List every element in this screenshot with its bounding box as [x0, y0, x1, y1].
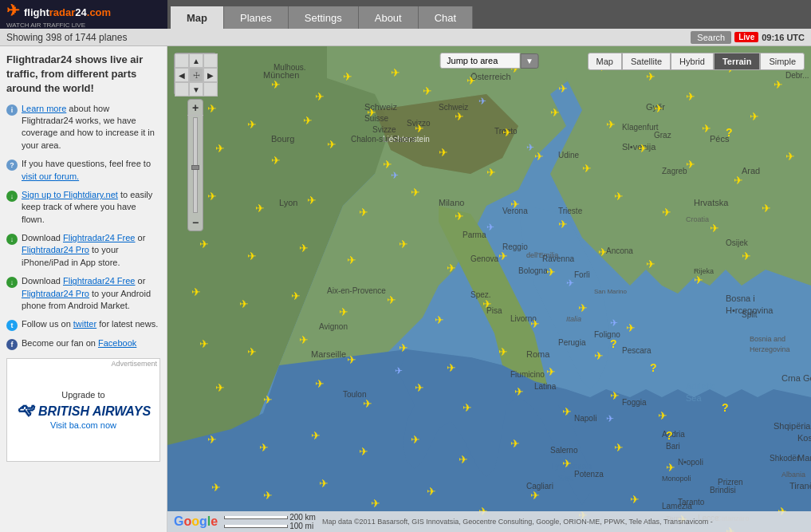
svg-text:Tiranë: Tiranë: [789, 481, 811, 491]
zoom-in-btn[interactable]: +: [187, 100, 203, 116]
flightdiary-link[interactable]: Sign up to Flightdiary.net: [22, 190, 118, 199]
svg-text:Klagenfurt: Klagenfurt: [622, 123, 659, 132]
map-type-simple-btn[interactable]: Simple: [760, 53, 805, 70]
svg-text:Avignon: Avignon: [319, 322, 348, 331]
tab-chat[interactable]: Chat: [419, 6, 473, 29]
zoom-thumb[interactable]: [191, 165, 199, 170]
ad-badge: Advertisement: [111, 360, 157, 368]
search-button[interactable]: Search: [691, 31, 731, 44]
pan-se-btn[interactable]: [203, 82, 218, 97]
google-logo: Google: [174, 514, 218, 529]
pan-center-btn[interactable]: ☩: [189, 68, 203, 82]
svg-text:Shqipëria: Shqipëria: [774, 421, 811, 431]
svg-text:Chalon-sur-Saone: Chalon-sur-Saone: [351, 135, 416, 144]
status-text: Showing 398 of 1744 planes: [6, 32, 127, 43]
svg-text:Bosnia and: Bosnia and: [750, 335, 785, 343]
svg-text:Salerno: Salerno: [550, 446, 578, 455]
svg-text:Bari: Bari: [666, 442, 680, 451]
svg-text:Schweiz: Schweiz: [439, 103, 468, 112]
pan-n-btn[interactable]: ▲: [189, 53, 203, 68]
map-background: München Österreich Győr Pécs Arad Schwei…: [167, 46, 811, 532]
forum-link[interactable]: visit our forum.: [22, 171, 79, 181]
pan-ne-btn[interactable]: [203, 53, 218, 68]
svg-text:Udine: Udine: [558, 151, 580, 160]
status-bar: Showing 398 of 1744 planes Search Live 0…: [0, 29, 811, 46]
scale-bar: 200 km 100 mi: [224, 513, 316, 530]
scale-100mi: 100 mi: [224, 522, 313, 530]
ba-cta[interactable]: Visit ba.com now: [50, 420, 116, 430]
status-right: Search Live 09:16 UTC: [691, 31, 805, 44]
svg-text:Ancona: Ancona: [606, 246, 633, 255]
svg-text:Croatia: Croatia: [686, 215, 709, 223]
twitter-link[interactable]: twitter: [73, 319, 96, 329]
svg-text:Potenza: Potenza: [574, 470, 604, 479]
sidebar-text-twitter: Follow us on twitter for latest news.: [22, 318, 158, 330]
sidebar-item-forum: ? If you have questions, feel free to vi…: [6, 158, 160, 183]
pan-s-btn[interactable]: ▼: [189, 82, 203, 97]
svg-text:Bosna i: Bosna i: [726, 294, 755, 303]
sidebar-text-diary: Sign up to Flightdiary.net to easily kee…: [22, 189, 160, 226]
svg-text:Marseille: Marseille: [311, 349, 346, 359]
jump-to-select[interactable]: Jump to area Europe North America Asia: [439, 53, 520, 69]
tab-planes[interactable]: Planes: [224, 6, 289, 29]
learn-more-link[interactable]: Learn more: [22, 104, 66, 113]
fr24-pro-android-link[interactable]: Flightradar24 Pro: [22, 289, 89, 298]
svg-text:Mulhous.: Mulhous.: [274, 63, 306, 72]
zoom-out-btn[interactable]: −: [187, 215, 203, 231]
tab-about[interactable]: About: [359, 6, 419, 29]
tab-settings[interactable]: Settings: [289, 6, 359, 29]
zoom-control: + −: [187, 99, 203, 231]
map-type-terrain-btn[interactable]: Terrain: [714, 53, 760, 70]
svg-text:Crna Gora: Crna Gora: [781, 373, 811, 383]
svg-text:Lamezia: Lamezia: [662, 502, 692, 510]
svg-text:Pescara: Pescara: [622, 346, 652, 355]
sidebar-item-learn: i Learn more about how Flightradar24 wor…: [6, 103, 160, 152]
sidebar: Flightradar24 shows live air traffic, fr…: [0, 46, 167, 532]
map-area[interactable]: München Österreich Győr Pécs Arad Schwei…: [167, 46, 811, 532]
facebook-link[interactable]: Facebook: [98, 338, 136, 348]
svg-text:Zagreb: Zagreb: [662, 167, 687, 175]
zoom-slider[interactable]: [193, 117, 198, 213]
tab-map[interactable]: Map: [171, 6, 224, 29]
svg-text:Debr...: Debr...: [785, 71, 809, 80]
download-icon-diary: ↓: [6, 191, 18, 202]
svg-text:Napoli: Napoli: [574, 414, 596, 423]
jump-arrow-btn[interactable]: ▼: [520, 53, 539, 69]
svg-text:Svizzо: Svizzо: [407, 119, 431, 128]
advertisement: Advertisement Upgrade to 🛩 BRITISH AIRWA…: [6, 358, 160, 462]
pan-nw-btn[interactable]: [175, 53, 189, 68]
svg-text:Brindisi: Brindisi: [710, 486, 736, 495]
pan-w-btn[interactable]: ◀: [175, 68, 189, 82]
svg-text:Reggio: Reggio: [502, 242, 528, 251]
live-badge: Live: [734, 32, 758, 42]
fr24-free-android-link[interactable]: Flightradar24 Free: [63, 276, 136, 286]
ad-container: Advertisement Upgrade to 🛩 BRITISH AIRWA…: [6, 358, 160, 462]
fr24-free-iphone-link[interactable]: Flightradar24 Free: [63, 233, 136, 242]
download-icon-iphone: ↓: [6, 234, 18, 245]
scale-ruler-100mi: [224, 525, 288, 528]
fr24-pro-iphone-link[interactable]: Flightradar24 Pro: [22, 245, 89, 254]
map-type-bar: Map Satellite Hybrid Terrain Simple: [588, 53, 805, 70]
header: ✈ flightradar24.com WATCH AIR TRAFFIC LI…: [0, 0, 811, 29]
ba-logo: 🛩 BRITISH AIRWAYS: [16, 400, 151, 420]
jump-to-area: Jump to area Europe North America Asia ▼: [439, 53, 539, 69]
twitter-icon: t: [6, 320, 18, 331]
svg-text:Spez.: Spez.: [470, 290, 491, 299]
pan-sw-btn[interactable]: [175, 82, 189, 97]
sidebar-item-twitter: t Follow us on twitter for latest news.: [6, 318, 160, 331]
svg-text:Toulon: Toulon: [343, 390, 366, 399]
svg-text:Albania: Albania: [781, 471, 805, 479]
map-attribution: Map data ©2011 Basarsoft, GIS Innovatsia…: [322, 518, 713, 526]
map-type-satellite-btn[interactable]: Satellite: [622, 53, 671, 70]
pan-control[interactable]: ▲ ◀ ☩ ▶ ▼: [174, 53, 217, 96]
scale-200km: 200 km: [224, 513, 316, 522]
pan-e-btn[interactable]: ▶: [203, 68, 218, 82]
svg-text:Shkodër: Shkodër: [770, 454, 800, 463]
download-icon-android: ↓: [6, 277, 18, 288]
svg-text:Graz: Graz: [654, 131, 671, 140]
map-type-hybrid-btn[interactable]: Hybrid: [671, 53, 714, 70]
map-type-map-btn[interactable]: Map: [588, 53, 622, 70]
scale-ruler-200km: [224, 516, 288, 519]
svg-text:Osijek: Osijek: [726, 238, 749, 247]
svg-text:Österreich: Österreich: [470, 72, 511, 81]
